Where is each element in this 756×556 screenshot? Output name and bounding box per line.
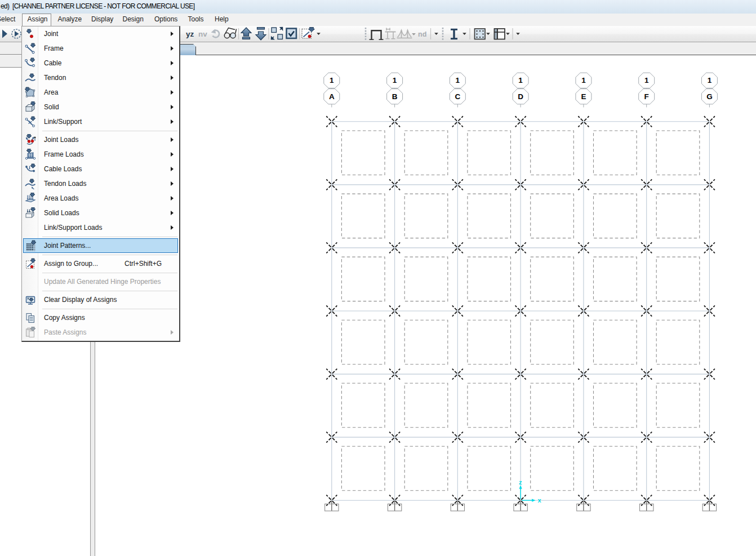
- svg-text:1: 1: [581, 76, 586, 84]
- svg-text:z: z: [519, 479, 522, 486]
- svg-text:D: D: [518, 92, 523, 101]
- svg-text:yz: yz: [186, 30, 194, 38]
- svg-text:1: 1: [644, 76, 649, 84]
- svg-text:x: x: [538, 497, 542, 504]
- svg-text:1: 1: [330, 76, 334, 84]
- svg-text:F: F: [644, 92, 649, 101]
- svg-text:C: C: [455, 92, 460, 101]
- svg-text:B: B: [392, 92, 398, 101]
- svg-text:1: 1: [708, 76, 712, 84]
- svg-text:A: A: [329, 92, 335, 101]
- svg-text:1: 1: [518, 76, 523, 84]
- svg-text:G: G: [706, 92, 713, 101]
- svg-text:nv: nv: [198, 30, 207, 38]
- svg-text:E: E: [581, 92, 586, 101]
- svg-text:nd: nd: [418, 30, 426, 38]
- svg-text:1: 1: [456, 76, 460, 84]
- svg-text:1: 1: [393, 76, 397, 84]
